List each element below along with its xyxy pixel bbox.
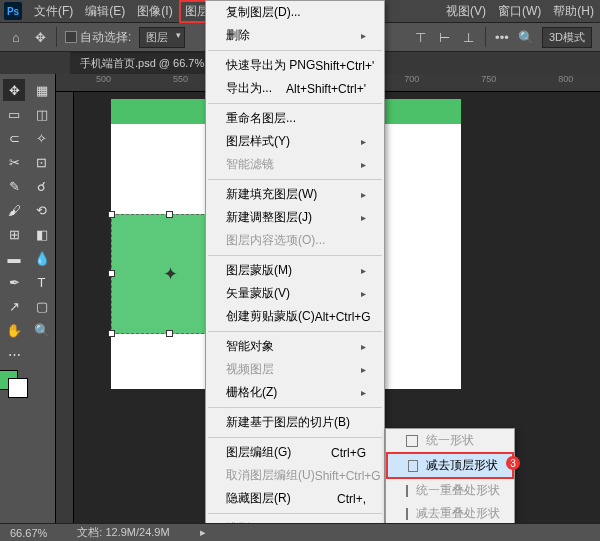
- smi-unify-overlap: 统一重叠处形状: [386, 479, 514, 502]
- move-tool[interactable]: ✥: [3, 79, 25, 101]
- mi-export-png[interactable]: 快速导出为 PNGShift+Ctrl+': [206, 54, 384, 77]
- mi-rename[interactable]: 重命名图层...: [206, 107, 384, 130]
- tool-column-left: ✥ ▭ ⊂ ✂ ✎ 🖌 ⊞ ▬ ✒ ↗ ✋ ⋯: [0, 74, 28, 534]
- align-top-icon[interactable]: ⊤: [413, 29, 429, 45]
- type-tool[interactable]: T: [31, 271, 53, 293]
- crop-tool[interactable]: ✂: [3, 151, 25, 173]
- auto-select-label: 自动选择:: [80, 29, 131, 46]
- handle-tl[interactable]: [108, 211, 115, 218]
- lasso-tool[interactable]: ⊂: [3, 127, 25, 149]
- mi-delete[interactable]: 删除: [206, 24, 384, 47]
- mi-layer-style[interactable]: 图层样式(Y): [206, 130, 384, 153]
- menu-help[interactable]: 帮助(H): [547, 0, 600, 23]
- more-icon[interactable]: •••: [494, 29, 510, 45]
- layer-dropdown[interactable]: 图层: [139, 27, 185, 48]
- align-mid-icon[interactable]: ⊢: [437, 29, 453, 45]
- mi-copy-layer[interactable]: 复制图层(D)...: [206, 1, 384, 24]
- mi-layer-mask[interactable]: 图层蒙版(M): [206, 259, 384, 282]
- status-chevron-icon[interactable]: ▸: [200, 526, 206, 539]
- handle-tc[interactable]: [166, 211, 173, 218]
- zoom-tool[interactable]: 🔍: [31, 319, 53, 341]
- layer-menu: 复制图层(D)... 删除 快速导出为 PNGShift+Ctrl+' 导出为.…: [205, 0, 385, 541]
- annotation-badge-3: 3: [506, 456, 520, 470]
- mi-smart-filter: 智能滤镜: [206, 153, 384, 176]
- auto-select-checkbox[interactable]: 自动选择:: [65, 29, 131, 46]
- more-tools[interactable]: ⋯: [3, 343, 25, 365]
- color-swatches[interactable]: [0, 370, 32, 398]
- artboard-tool[interactable]: ▦: [31, 79, 53, 101]
- menu-view[interactable]: 视图(V): [440, 0, 492, 23]
- combine-submenu: 统一形状 减去顶层形状 3 统一重叠处形状 减去重叠处形状: [385, 428, 515, 526]
- zoom-level[interactable]: 66.67%: [10, 527, 47, 539]
- search-icon[interactable]: 🔍: [518, 29, 534, 45]
- move-tool-icon[interactable]: ✥: [32, 29, 48, 45]
- menu-edit[interactable]: 编辑(E): [79, 0, 131, 23]
- pen-tool[interactable]: ✒: [3, 271, 25, 293]
- blur-tool[interactable]: 💧: [31, 247, 53, 269]
- mi-smart-obj[interactable]: 智能对象: [206, 335, 384, 358]
- menu-image[interactable]: 图像(I): [131, 0, 178, 23]
- mi-video-layer: 视频图层: [206, 358, 384, 381]
- home-icon[interactable]: ⌂: [8, 29, 24, 45]
- handle-bc[interactable]: [166, 330, 173, 337]
- shape-tool[interactable]: ▢: [31, 295, 53, 317]
- brush-tool[interactable]: 🖌: [3, 199, 25, 221]
- eyedropper-tool[interactable]: ✎: [3, 175, 25, 197]
- mi-export-as[interactable]: 导出为...Alt+Shift+Ctrl+': [206, 77, 384, 100]
- smi-subtract-overlap: 减去重叠处形状: [386, 502, 514, 525]
- tool-column-right: ▦ ◫ ✧ ⊡ ☌ ⟲ ◧ 💧 T ▢ 🔍: [28, 74, 56, 534]
- gradient-tool[interactable]: ▬: [3, 247, 25, 269]
- mode-3d-button[interactable]: 3D模式: [542, 27, 592, 48]
- smi-unify: 统一形状: [386, 429, 514, 452]
- mi-group[interactable]: 图层编组(G)Ctrl+G: [206, 441, 384, 464]
- rect-select-tool[interactable]: ◫: [31, 103, 53, 125]
- history-brush-tool[interactable]: ⟲: [31, 199, 53, 221]
- stamp-tool[interactable]: ⊞: [3, 223, 25, 245]
- status-bar: 66.67% 文档: 12.9M/24.9M ▸: [0, 523, 600, 541]
- align-bot-icon[interactable]: ⊥: [461, 29, 477, 45]
- hand-tool[interactable]: ✋: [3, 319, 25, 341]
- ruler-vertical: [56, 92, 74, 534]
- mi-new-slice[interactable]: 新建基于图层的切片(B): [206, 411, 384, 434]
- path-tool[interactable]: ↗: [3, 295, 25, 317]
- mi-ungroup: 取消图层编组(U)Shift+Ctrl+G: [206, 464, 384, 487]
- menu-file[interactable]: 文件(F): [28, 0, 79, 23]
- mi-vector-mask[interactable]: 矢量蒙版(V): [206, 282, 384, 305]
- menu-window[interactable]: 窗口(W): [492, 0, 547, 23]
- mi-hide[interactable]: 隐藏图层(R)Ctrl+,: [206, 487, 384, 510]
- heal-tool[interactable]: ☌: [31, 175, 53, 197]
- handle-bl[interactable]: [108, 330, 115, 337]
- mi-rasterize[interactable]: 栅格化(Z): [206, 381, 384, 404]
- frame-tool[interactable]: ⊡: [31, 151, 53, 173]
- marquee-tool[interactable]: ▭: [3, 103, 25, 125]
- smi-subtract-top[interactable]: 减去顶层形状 3: [386, 452, 514, 479]
- doc-size: 文档: 12.9M/24.9M: [77, 525, 169, 540]
- handle-ml[interactable]: [108, 270, 115, 277]
- mi-new-adj[interactable]: 新建调整图层(J): [206, 206, 384, 229]
- mi-layer-content: 图层内容选项(O)...: [206, 229, 384, 252]
- mi-clip-mask[interactable]: 创建剪贴蒙版(C)Alt+Ctrl+G: [206, 305, 384, 328]
- eraser-tool[interactable]: ◧: [31, 223, 53, 245]
- magic-wand-tool[interactable]: ✧: [31, 127, 53, 149]
- mi-new-fill[interactable]: 新建填充图层(W): [206, 183, 384, 206]
- app-icon: Ps: [4, 2, 22, 20]
- anchor-icon: ✦: [163, 263, 178, 285]
